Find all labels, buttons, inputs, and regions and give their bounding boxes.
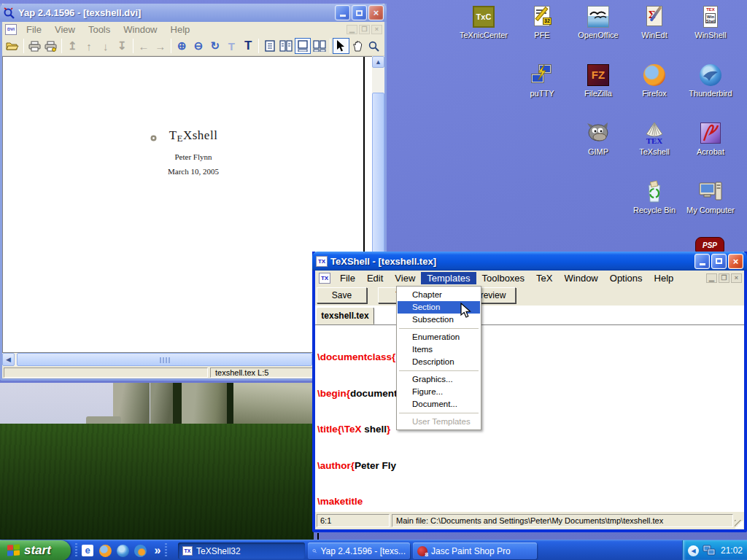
menu-item-items[interactable]: Items [397, 343, 481, 356]
text-render-mode-button[interactable]: T [240, 38, 257, 54]
menu-edit[interactable]: Edit [361, 272, 389, 284]
desktop-icon-recycle-bin[interactable]: Recycle Bin [626, 179, 683, 214]
forward-button[interactable]: → [152, 38, 169, 54]
zoom-in-button[interactable]: ⊕ [174, 38, 190, 54]
texshell-close-button[interactable]: × [728, 254, 743, 269]
save-button[interactable]: Save [317, 287, 367, 303]
menu-item-description[interactable]: Description [397, 356, 481, 368]
menu-item-figure[interactable]: Figure... [397, 386, 481, 398]
back-button[interactable]: ← [136, 38, 152, 54]
open-file-button[interactable] [4, 38, 21, 54]
desktop-icon-texniccenter[interactable]: TxC TeXnicCenter [455, 4, 512, 39]
menu-toolboxes[interactable]: Toolboxes [476, 272, 531, 284]
redraw-button[interactable]: ↻ [206, 38, 223, 54]
scroll-up-arrow[interactable]: ▲ [372, 56, 384, 68]
yap-titlebar[interactable]: Yap 2.4.1596 - [texshell.dvi] × [0, 4, 387, 22]
pan-tool-button[interactable] [349, 38, 366, 54]
magnifier-tool-button[interactable] [365, 38, 382, 54]
next-page-button[interactable]: ↓ [97, 38, 114, 54]
tab-texshell-tex[interactable]: texshell.tex [316, 307, 374, 324]
menu-view[interactable]: View [389, 272, 421, 284]
menu-item-document[interactable]: Document... [397, 398, 481, 411]
double-page-view-button[interactable] [278, 38, 295, 54]
desktop-icon-openoffice[interactable]: OpenOffice [570, 4, 627, 39]
task-label: Yap 2.4.1596 - [texs... [320, 546, 406, 556]
single-page-view-button[interactable] [261, 38, 278, 54]
start-button[interactable]: start [0, 540, 71, 560]
first-page-button[interactable]: ↥ [64, 38, 81, 54]
resize-grip[interactable] [735, 520, 743, 529]
yap-minimize-button[interactable] [335, 5, 350, 20]
quicklaunch-ie-icon[interactable]: e [80, 543, 95, 558]
print-setup-button[interactable] [42, 38, 59, 54]
menu-item-enumeration[interactable]: Enumeration [397, 331, 481, 343]
desktop-icon-thunderbird[interactable]: Thunderbird [682, 63, 739, 98]
taskbar-button-paintshoppro[interactable]: 8 Jasc Paint Shop Pro [413, 542, 537, 559]
scroll-left-arrow[interactable]: ◀ [2, 353, 15, 366]
menu-item-chapter[interactable]: Chapter [397, 289, 481, 301]
menu-templates[interactable]: Templates [421, 272, 476, 284]
yap-close-button[interactable]: × [368, 5, 384, 20]
continuous-view-button[interactable] [295, 38, 311, 54]
yap-menu-view[interactable]: View [48, 24, 82, 35]
desktop-icon-gimp[interactable]: GIMP [570, 121, 627, 156]
desktop-icon-winshell[interactable]: TEX Win Shell WinShell [682, 4, 739, 39]
taskbar-button-texshell32[interactable]: TX TeXShell32 [178, 542, 305, 559]
open-folder-icon [6, 41, 19, 51]
desktop-icon-my-computer[interactable]: My Computer [682, 179, 739, 214]
desktop-icon-psp[interactable]: PSP [695, 237, 724, 253]
desktop-icon-winedt[interactable]: Σ WinEdt [626, 4, 683, 39]
last-page-button[interactable]: ↧ [114, 38, 131, 54]
network-status-icon[interactable] [703, 545, 716, 556]
mdi-close-icon[interactable]: × [731, 273, 742, 283]
yap-menu-window[interactable]: Window [117, 24, 163, 35]
continuous-double-view-button[interactable] [311, 38, 328, 54]
icon-label: Recycle Bin [626, 206, 683, 214]
menu-item-graphics[interactable]: Graphics... [397, 373, 481, 386]
texshell-titlebar[interactable]: TX TeXShell - [texshell.tex] × [312, 252, 747, 271]
texshell-mdi-buttons: ▁ ❐ × [706, 273, 744, 283]
tray-collapse-chevron[interactable]: ◀ [688, 545, 699, 556]
quicklaunch-thunderbird-icon[interactable] [115, 543, 130, 558]
texshell-minimize-button[interactable] [694, 254, 710, 269]
menu-file[interactable]: File [334, 272, 361, 284]
menu-options[interactable]: Options [604, 272, 649, 284]
yap-menu-tools[interactable]: Tools [82, 24, 117, 35]
menu-item-user-templates[interactable]: User Templates [397, 416, 481, 428]
yap-maximize-button[interactable] [352, 5, 367, 20]
mdi-minimize-icon[interactable]: ▁ [347, 25, 357, 34]
quicklaunch-overflow-chevron[interactable]: » [150, 543, 165, 558]
taskband-handle[interactable] [165, 543, 167, 558]
quicklaunch-firefox-icon[interactable] [98, 543, 112, 558]
yap-menu-help[interactable]: Help [164, 24, 197, 35]
desktop-icon-putty[interactable]: puTTY [514, 63, 570, 98]
desktop-icon-acrobat[interactable]: Acrobat [682, 121, 739, 156]
main-file-status: Main file: C:\Documents and Settings\Pet… [392, 514, 733, 527]
desktop-icon-firefox[interactable]: Firefox [626, 63, 683, 98]
yap-status-message [4, 368, 208, 378]
mdi-restore-icon[interactable]: ❐ [719, 273, 729, 283]
horizontal-scroll-thumb[interactable] [17, 353, 312, 366]
taskbar-button-yap[interactable]: Yap 2.4.1596 - [texs... [308, 542, 410, 559]
print-button[interactable] [26, 38, 43, 54]
menu-tex[interactable]: TeX [530, 272, 558, 284]
mdi-close-icon[interactable]: × [371, 25, 382, 34]
mdi-minimize-icon[interactable]: ▁ [706, 273, 717, 283]
mdi-restore-icon[interactable]: ❐ [359, 25, 370, 34]
zoom-out-button[interactable]: ⊖ [190, 38, 207, 54]
text-outline-mode-button[interactable]: T [223, 38, 240, 54]
yap-menu-file[interactable]: File [20, 24, 48, 35]
desktop-icon-texshell[interactable]: TEX TeXshell [626, 121, 683, 156]
desktop-icon-pfe[interactable]: 32 PFE [514, 4, 570, 39]
quicklaunch-handle[interactable] [75, 543, 77, 558]
texshell-editor[interactable]: \documentclass{ \begin{document} \title{… [315, 324, 744, 512]
previous-page-button[interactable]: ↑ [81, 38, 98, 54]
select-tool-button[interactable] [333, 38, 349, 54]
dvi-ornament-icon [150, 135, 157, 141]
desktop-icon-filezilla[interactable]: FZ FileZilla [570, 63, 627, 98]
texshell-app-icon: TX [316, 256, 328, 267]
quicklaunch-mediaplayer-icon[interactable] [133, 543, 147, 558]
texshell-maximize-button[interactable] [711, 254, 727, 269]
menu-window[interactable]: Window [559, 272, 604, 284]
menu-help[interactable]: Help [649, 272, 680, 284]
